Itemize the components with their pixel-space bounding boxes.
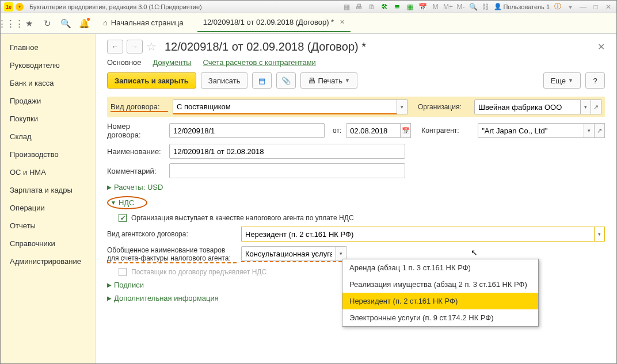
agent-type-drop[interactable]: ▾ [594, 227, 604, 241]
calculator-icon[interactable]: ▦ [405, 2, 414, 12]
user-icon: 👤 [494, 3, 502, 10]
titlebar: 1e ▾ Бухгалтерия предприятия, редакция 3… [1, 1, 616, 13]
supplier-nds-checkbox[interactable]: ✔ [119, 268, 127, 276]
calendar-button[interactable]: 📅 [401, 123, 411, 138]
counter-input[interactable] [478, 123, 584, 138]
agent-type-select[interactable]: ▾ [241, 227, 605, 242]
tools-icon[interactable]: 🛠 [380, 2, 389, 12]
sidebar: Главное Руководителю Банк и касса Продаж… [1, 34, 96, 363]
nds-agent-checkbox[interactable]: ✔ [119, 214, 127, 222]
goods-label-1: Обобщенное наименование товаров [107, 246, 237, 254]
sidebar-item-main[interactable]: Главное [1, 39, 95, 56]
comment-input[interactable] [169, 163, 405, 178]
calendar-icon[interactable]: 📅 [418, 2, 427, 12]
user-label: Пользователь 1 [503, 3, 550, 10]
favorite-star[interactable]: ☆ [146, 40, 157, 53]
app-title: Бухгалтерия предприятия, редакция 3.0 (1… [29, 3, 202, 10]
sidebar-item-operations[interactable]: Операции [1, 199, 95, 217]
dropdown-item-nonresident[interactable]: Нерезидент (п. 2 ст.161 НК РФ) [342, 293, 538, 309]
dropdown-item-realization[interactable]: Реализация имущества (абзац 2 п. 3 ст.16… [342, 276, 538, 293]
sidebar-item-hr[interactable]: Зарплата и кадры [1, 181, 95, 199]
clip-icon: 📎 [281, 76, 291, 85]
attach-button[interactable]: 📎 [276, 72, 296, 89]
sidebar-item-bank[interactable]: Банк и касса [1, 74, 95, 92]
from-label: от: [333, 127, 341, 135]
counter-drop[interactable]: ▾ [584, 123, 595, 138]
counter-label: Контрагент: [421, 127, 473, 135]
sidebar-item-manager[interactable]: Руководителю [1, 56, 95, 74]
m-minus-icon[interactable]: M- [456, 2, 465, 12]
subtab-main[interactable]: Основное [107, 58, 142, 67]
print-button[interactable]: 🖶Печать▼ [300, 72, 357, 89]
form-button[interactable]: ▤ [252, 72, 272, 89]
calc-expand[interactable]: ▶Расчеты: USD [107, 183, 605, 191]
sidebar-item-refs[interactable]: Справочники [1, 235, 95, 252]
org-open[interactable]: ↗ [591, 99, 601, 114]
org-label: Организация: [418, 103, 470, 111]
maximize-icon[interactable]: □ [591, 2, 600, 12]
sidebar-item-sales[interactable]: Продажи [1, 92, 95, 110]
back-button[interactable]: ← [107, 40, 123, 53]
m-icon[interactable]: M [431, 2, 440, 12]
subtab-accounts[interactable]: Счета расчетов с контрагентами [203, 58, 316, 67]
dropdown-item-eservices[interactable]: Электронные услуги (п. 9 ст.174.2 НК РФ) [342, 309, 538, 326]
tab-home-label: Начальная страница [111, 18, 184, 27]
dropdown-item-rent[interactable]: Аренда (абзац 1 п. 3 ст.161 НК РФ) [342, 259, 538, 276]
num-input[interactable] [169, 123, 325, 138]
main-toolbar: ⋮⋮⋮ ★ ↻ 🔍 🔔 ⌂ Начальная страница 12/0209… [1, 13, 616, 34]
printer-icon: 🖶 [308, 76, 315, 85]
user-menu[interactable]: 👤 Пользователь 1 [494, 3, 550, 10]
nds-agent-label: Организация выступает в качестве налогов… [131, 214, 354, 222]
from-date-input[interactable] [346, 123, 401, 138]
nds-expand[interactable]: ▼НДС [111, 198, 135, 207]
write-close-button[interactable]: Записать и закрыть [107, 72, 196, 89]
list-icon[interactable]: ≣ [393, 2, 402, 12]
sidebar-item-assets[interactable]: ОС и НМА [1, 163, 95, 181]
counter-open[interactable]: ↗ [595, 123, 605, 138]
org-input[interactable] [474, 99, 581, 114]
minimize-icon[interactable]: — [578, 2, 588, 12]
star-icon[interactable]: ★ [24, 18, 34, 29]
close-icon[interactable]: ✕ [604, 2, 613, 12]
forward-button[interactable]: → [127, 40, 143, 53]
panel-icon[interactable]: ▦ [342, 2, 351, 12]
search-icon[interactable]: 🔍 [60, 18, 71, 29]
zoom-icon[interactable]: 🔍 [469, 2, 478, 12]
close-document[interactable]: ✕ [597, 41, 605, 52]
apps-icon[interactable]: ⋮⋮⋮ [5, 18, 16, 29]
app-menu-dropdown[interactable]: ▾ [16, 3, 24, 11]
mouse-cursor: ↖ [471, 248, 478, 257]
dropdown-icon[interactable]: ▾ [566, 2, 575, 12]
subtab-docs[interactable]: Документы [153, 58, 192, 67]
bell-icon[interactable]: 🔔 [79, 18, 89, 29]
sidebar-item-production[interactable]: Производство [1, 145, 95, 163]
name-label: Наименование: [107, 147, 165, 156]
goods-input[interactable] [241, 246, 336, 261]
m-plus-icon[interactable]: M+ [443, 2, 452, 12]
comment-label: Комментарий: [107, 167, 165, 175]
agent-type-input[interactable] [242, 227, 594, 241]
document-title: 12/020918/1 от 02.09.2018 (Договор) * [165, 40, 366, 53]
link-icon[interactable]: ⛓ [481, 2, 490, 12]
sidebar-item-reports[interactable]: Отчеты [1, 217, 95, 235]
contract-type-drop[interactable]: ▾ [397, 99, 407, 114]
info-icon[interactable]: ⓘ [553, 2, 562, 12]
org-drop[interactable]: ▾ [581, 99, 591, 114]
supplier-nds-label: Поставщик по договору предъявляет НДС [131, 268, 266, 276]
tab-document[interactable]: 12/020918/1 от 02.09.2018 (Договор) * ✕ [197, 14, 351, 32]
name-input[interactable] [169, 144, 405, 159]
logo-1c: 1e [4, 2, 13, 12]
history-icon[interactable]: ↻ [42, 18, 52, 29]
tab-close-icon[interactable]: ✕ [340, 18, 345, 26]
write-button[interactable]: Записать [201, 72, 248, 89]
sidebar-item-purchases[interactable]: Покупки [1, 110, 95, 128]
document-icon[interactable]: 🗎 [367, 2, 376, 12]
contract-type-input[interactable] [173, 99, 397, 114]
tab-home[interactable]: ⌂ Начальная страница [97, 15, 189, 32]
sidebar-item-admin[interactable]: Администрирование [1, 252, 95, 270]
help-button[interactable]: ? [585, 72, 605, 89]
tab-document-label: 12/020918/1 от 02.09.2018 (Договор) * [203, 18, 334, 26]
sidebar-item-warehouse[interactable]: Склад [1, 128, 95, 145]
more-button[interactable]: Еще▼ [543, 72, 581, 89]
print-icon[interactable]: 🖶 [355, 2, 364, 12]
